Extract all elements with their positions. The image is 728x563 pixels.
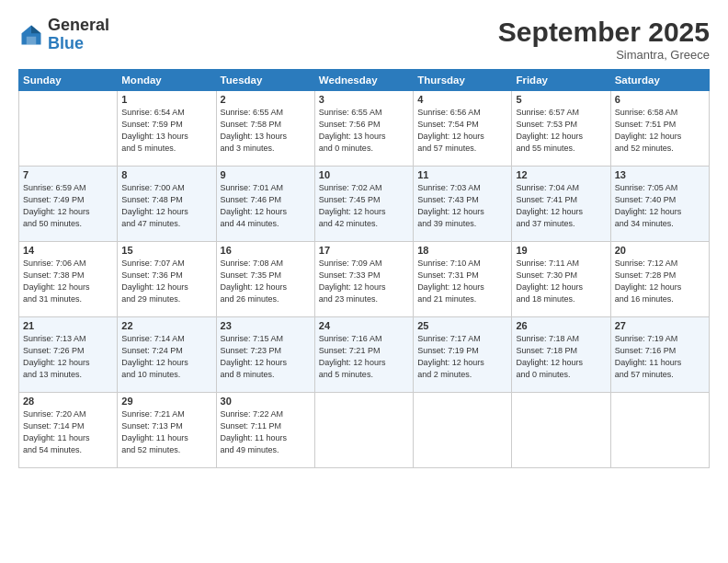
day-number: 9 [221,169,311,180]
day-info: Sunrise: 7:08 AM Sunset: 7:35 PM Dayligh… [221,258,311,305]
day-info: Sunrise: 7:07 AM Sunset: 7:36 PM Dayligh… [121,258,211,305]
day-number: 25 [417,320,507,331]
day-number: 29 [121,396,211,407]
col-tuesday: Tuesday [216,70,314,91]
col-saturday: Saturday [610,70,709,91]
day-number: 21 [23,320,113,331]
table-row: 22Sunrise: 7:14 AM Sunset: 7:24 PM Dayli… [118,317,216,393]
day-info: Sunrise: 7:18 AM Sunset: 7:18 PM Dayligh… [516,333,606,381]
logo-text: General Blue [48,17,109,53]
calendar-body: 1Sunrise: 6:54 AM Sunset: 7:59 PM Daylig… [19,91,710,468]
table-row: 30Sunrise: 7:22 AM Sunset: 7:11 PM Dayli… [216,393,314,468]
table-row: 1Sunrise: 6:54 AM Sunset: 7:59 PM Daylig… [118,91,216,167]
day-info: Sunrise: 6:59 AM Sunset: 7:49 PM Dayligh… [23,182,113,230]
day-number: 26 [516,320,606,331]
table-row: 4Sunrise: 6:56 AM Sunset: 7:54 PM Daylig… [414,91,512,167]
day-number: 23 [221,320,311,331]
day-info: Sunrise: 7:21 AM Sunset: 7:13 PM Dayligh… [121,408,211,456]
day-info: Sunrise: 6:54 AM Sunset: 7:59 PM Dayligh… [121,107,211,155]
day-info: Sunrise: 7:17 AM Sunset: 7:19 PM Dayligh… [417,333,507,381]
day-number: 28 [23,396,113,407]
day-number: 20 [615,245,705,256]
day-info: Sunrise: 7:03 AM Sunset: 7:43 PM Dayligh… [417,182,507,230]
day-info: Sunrise: 7:12 AM Sunset: 7:28 PM Dayligh… [615,258,705,305]
table-row: 20Sunrise: 7:12 AM Sunset: 7:28 PM Dayli… [610,242,709,317]
table-row: 2Sunrise: 6:55 AM Sunset: 7:58 PM Daylig… [216,91,314,167]
calendar-week-row: 1Sunrise: 6:54 AM Sunset: 7:59 PM Daylig… [19,91,710,167]
table-row: 16Sunrise: 7:08 AM Sunset: 7:35 PM Dayli… [216,242,314,317]
day-info: Sunrise: 6:57 AM Sunset: 7:53 PM Dayligh… [516,107,606,155]
day-info: Sunrise: 7:15 AM Sunset: 7:23 PM Dayligh… [221,333,311,381]
day-info: Sunrise: 7:06 AM Sunset: 7:38 PM Dayligh… [23,258,113,305]
day-number: 22 [121,320,211,331]
table-row: 21Sunrise: 7:13 AM Sunset: 7:26 PM Dayli… [19,317,118,393]
table-row [414,393,512,468]
table-row: 13Sunrise: 7:05 AM Sunset: 7:40 PM Dayli… [610,167,709,242]
logo-blue: Blue [48,35,109,53]
calendar-week-row: 14Sunrise: 7:06 AM Sunset: 7:38 PM Dayli… [19,242,710,317]
table-row [610,393,709,468]
logo-icon [18,22,44,48]
table-row: 24Sunrise: 7:16 AM Sunset: 7:21 PM Dayli… [314,317,413,393]
calendar-header: Sunday Monday Tuesday Wednesday Thursday… [19,70,710,91]
table-row: 10Sunrise: 7:02 AM Sunset: 7:45 PM Dayli… [314,167,413,242]
table-row: 25Sunrise: 7:17 AM Sunset: 7:19 PM Dayli… [414,317,512,393]
day-info: Sunrise: 6:58 AM Sunset: 7:51 PM Dayligh… [615,107,705,155]
day-info: Sunrise: 6:55 AM Sunset: 7:58 PM Dayligh… [221,107,311,155]
day-info: Sunrise: 7:04 AM Sunset: 7:41 PM Dayligh… [516,182,606,230]
day-number: 6 [615,94,705,105]
day-info: Sunrise: 7:02 AM Sunset: 7:45 PM Dayligh… [319,182,409,230]
col-monday: Monday [118,70,216,91]
day-info: Sunrise: 7:09 AM Sunset: 7:33 PM Dayligh… [319,258,409,305]
day-number: 24 [319,320,409,331]
day-info: Sunrise: 7:13 AM Sunset: 7:26 PM Dayligh… [23,333,113,381]
col-thursday: Thursday [414,70,512,91]
logo-general: General [48,17,109,35]
table-row: 23Sunrise: 7:15 AM Sunset: 7:23 PM Dayli… [216,317,314,393]
svg-rect-2 [27,37,37,45]
month-title: September 2025 [498,17,710,48]
day-number: 30 [221,396,311,407]
day-info: Sunrise: 6:55 AM Sunset: 7:56 PM Dayligh… [319,107,409,155]
day-info: Sunrise: 7:05 AM Sunset: 7:40 PM Dayligh… [615,182,705,230]
table-row: 18Sunrise: 7:10 AM Sunset: 7:31 PM Dayli… [414,242,512,317]
day-number: 4 [417,94,507,105]
table-row: 6Sunrise: 6:58 AM Sunset: 7:51 PM Daylig… [610,91,709,167]
table-row [512,393,610,468]
day-number: 8 [121,169,211,180]
day-number: 11 [417,169,507,180]
table-row: 27Sunrise: 7:19 AM Sunset: 7:16 PM Dayli… [610,317,709,393]
location-subtitle: Simantra, Greece [498,48,710,62]
day-number: 7 [23,169,113,180]
day-info: Sunrise: 7:00 AM Sunset: 7:48 PM Dayligh… [121,182,211,230]
day-number: 18 [417,245,507,256]
header-row: Sunday Monday Tuesday Wednesday Thursday… [19,70,710,91]
calendar-week-row: 7Sunrise: 6:59 AM Sunset: 7:49 PM Daylig… [19,167,710,242]
title-block: September 2025 Simantra, Greece [498,17,710,62]
day-number: 13 [615,169,705,180]
day-number: 12 [516,169,606,180]
day-number: 16 [221,245,311,256]
day-info: Sunrise: 6:56 AM Sunset: 7:54 PM Dayligh… [417,107,507,155]
table-row [19,91,118,167]
col-wednesday: Wednesday [314,70,413,91]
day-number: 2 [221,94,311,105]
table-row: 17Sunrise: 7:09 AM Sunset: 7:33 PM Dayli… [314,242,413,317]
table-row: 28Sunrise: 7:20 AM Sunset: 7:14 PM Dayli… [19,393,118,468]
day-info: Sunrise: 7:19 AM Sunset: 7:16 PM Dayligh… [615,333,705,381]
day-number: 15 [121,245,211,256]
col-sunday: Sunday [19,70,118,91]
table-row: 3Sunrise: 6:55 AM Sunset: 7:56 PM Daylig… [314,91,413,167]
day-number: 19 [516,245,606,256]
day-number: 14 [23,245,113,256]
day-number: 5 [516,94,606,105]
page-header: General Blue September 2025 Simantra, Gr… [18,17,710,62]
col-friday: Friday [512,70,610,91]
table-row: 7Sunrise: 6:59 AM Sunset: 7:49 PM Daylig… [19,167,118,242]
table-row: 14Sunrise: 7:06 AM Sunset: 7:38 PM Dayli… [19,242,118,317]
table-row: 19Sunrise: 7:11 AM Sunset: 7:30 PM Dayli… [512,242,610,317]
day-number: 3 [319,94,409,105]
table-row: 5Sunrise: 6:57 AM Sunset: 7:53 PM Daylig… [512,91,610,167]
table-row: 15Sunrise: 7:07 AM Sunset: 7:36 PM Dayli… [118,242,216,317]
table-row: 9Sunrise: 7:01 AM Sunset: 7:46 PM Daylig… [216,167,314,242]
